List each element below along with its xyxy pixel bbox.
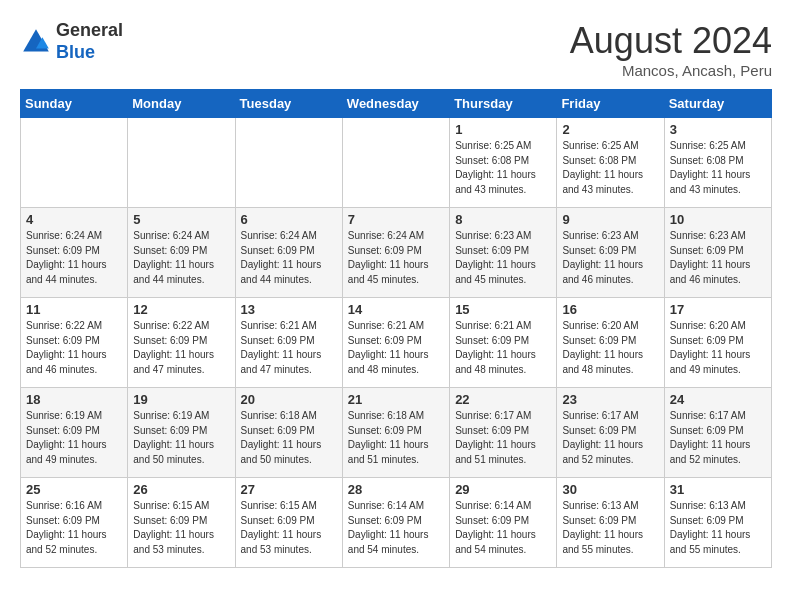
day-cell: 20Sunrise: 6:18 AM Sunset: 6:09 PM Dayli…	[235, 388, 342, 478]
day-cell: 17Sunrise: 6:20 AM Sunset: 6:09 PM Dayli…	[664, 298, 771, 388]
weekday-row: SundayMondayTuesdayWednesdayThursdayFrid…	[21, 90, 772, 118]
day-info: Sunrise: 6:24 AM Sunset: 6:09 PM Dayligh…	[241, 229, 337, 287]
day-number: 5	[133, 212, 229, 227]
day-info: Sunrise: 6:22 AM Sunset: 6:09 PM Dayligh…	[26, 319, 122, 377]
weekday-header-tuesday: Tuesday	[235, 90, 342, 118]
day-number: 11	[26, 302, 122, 317]
weekday-header-wednesday: Wednesday	[342, 90, 449, 118]
day-info: Sunrise: 6:23 AM Sunset: 6:09 PM Dayligh…	[455, 229, 551, 287]
week-row-1: 1Sunrise: 6:25 AM Sunset: 6:08 PM Daylig…	[21, 118, 772, 208]
logo-icon	[20, 26, 52, 58]
logo-general-text: General	[56, 20, 123, 40]
day-cell: 23Sunrise: 6:17 AM Sunset: 6:09 PM Dayli…	[557, 388, 664, 478]
weekday-header-monday: Monday	[128, 90, 235, 118]
day-cell: 5Sunrise: 6:24 AM Sunset: 6:09 PM Daylig…	[128, 208, 235, 298]
day-info: Sunrise: 6:19 AM Sunset: 6:09 PM Dayligh…	[26, 409, 122, 467]
day-number: 23	[562, 392, 658, 407]
day-cell: 18Sunrise: 6:19 AM Sunset: 6:09 PM Dayli…	[21, 388, 128, 478]
page-header: General Blue August 2024 Mancos, Ancash,…	[20, 20, 772, 79]
day-info: Sunrise: 6:23 AM Sunset: 6:09 PM Dayligh…	[670, 229, 766, 287]
day-cell: 8Sunrise: 6:23 AM Sunset: 6:09 PM Daylig…	[450, 208, 557, 298]
day-info: Sunrise: 6:16 AM Sunset: 6:09 PM Dayligh…	[26, 499, 122, 557]
day-number: 15	[455, 302, 551, 317]
day-cell: 25Sunrise: 6:16 AM Sunset: 6:09 PM Dayli…	[21, 478, 128, 568]
day-info: Sunrise: 6:20 AM Sunset: 6:09 PM Dayligh…	[562, 319, 658, 377]
day-info: Sunrise: 6:21 AM Sunset: 6:09 PM Dayligh…	[348, 319, 444, 377]
day-info: Sunrise: 6:13 AM Sunset: 6:09 PM Dayligh…	[670, 499, 766, 557]
day-cell: 31Sunrise: 6:13 AM Sunset: 6:09 PM Dayli…	[664, 478, 771, 568]
day-number: 13	[241, 302, 337, 317]
day-info: Sunrise: 6:24 AM Sunset: 6:09 PM Dayligh…	[348, 229, 444, 287]
weekday-header-sunday: Sunday	[21, 90, 128, 118]
day-info: Sunrise: 6:25 AM Sunset: 6:08 PM Dayligh…	[670, 139, 766, 197]
day-cell	[128, 118, 235, 208]
day-info: Sunrise: 6:13 AM Sunset: 6:09 PM Dayligh…	[562, 499, 658, 557]
day-number: 12	[133, 302, 229, 317]
week-row-2: 4Sunrise: 6:24 AM Sunset: 6:09 PM Daylig…	[21, 208, 772, 298]
day-number: 19	[133, 392, 229, 407]
logo: General Blue	[20, 20, 123, 63]
day-number: 1	[455, 122, 551, 137]
day-number: 8	[455, 212, 551, 227]
day-cell	[235, 118, 342, 208]
day-info: Sunrise: 6:18 AM Sunset: 6:09 PM Dayligh…	[241, 409, 337, 467]
day-cell: 16Sunrise: 6:20 AM Sunset: 6:09 PM Dayli…	[557, 298, 664, 388]
day-cell: 11Sunrise: 6:22 AM Sunset: 6:09 PM Dayli…	[21, 298, 128, 388]
day-number: 2	[562, 122, 658, 137]
day-info: Sunrise: 6:17 AM Sunset: 6:09 PM Dayligh…	[670, 409, 766, 467]
day-info: Sunrise: 6:18 AM Sunset: 6:09 PM Dayligh…	[348, 409, 444, 467]
day-number: 7	[348, 212, 444, 227]
day-cell: 10Sunrise: 6:23 AM Sunset: 6:09 PM Dayli…	[664, 208, 771, 298]
day-number: 24	[670, 392, 766, 407]
day-number: 27	[241, 482, 337, 497]
day-cell: 28Sunrise: 6:14 AM Sunset: 6:09 PM Dayli…	[342, 478, 449, 568]
day-cell: 2Sunrise: 6:25 AM Sunset: 6:08 PM Daylig…	[557, 118, 664, 208]
weekday-header-thursday: Thursday	[450, 90, 557, 118]
day-number: 18	[26, 392, 122, 407]
day-cell: 4Sunrise: 6:24 AM Sunset: 6:09 PM Daylig…	[21, 208, 128, 298]
day-info: Sunrise: 6:14 AM Sunset: 6:09 PM Dayligh…	[348, 499, 444, 557]
day-info: Sunrise: 6:23 AM Sunset: 6:09 PM Dayligh…	[562, 229, 658, 287]
day-cell	[21, 118, 128, 208]
day-number: 14	[348, 302, 444, 317]
week-row-5: 25Sunrise: 6:16 AM Sunset: 6:09 PM Dayli…	[21, 478, 772, 568]
day-number: 25	[26, 482, 122, 497]
day-number: 31	[670, 482, 766, 497]
day-cell: 9Sunrise: 6:23 AM Sunset: 6:09 PM Daylig…	[557, 208, 664, 298]
day-number: 20	[241, 392, 337, 407]
day-cell	[342, 118, 449, 208]
weekday-header-friday: Friday	[557, 90, 664, 118]
day-cell: 1Sunrise: 6:25 AM Sunset: 6:08 PM Daylig…	[450, 118, 557, 208]
day-cell: 29Sunrise: 6:14 AM Sunset: 6:09 PM Dayli…	[450, 478, 557, 568]
day-number: 4	[26, 212, 122, 227]
day-info: Sunrise: 6:14 AM Sunset: 6:09 PM Dayligh…	[455, 499, 551, 557]
day-number: 10	[670, 212, 766, 227]
day-info: Sunrise: 6:15 AM Sunset: 6:09 PM Dayligh…	[241, 499, 337, 557]
location-subtitle: Mancos, Ancash, Peru	[570, 62, 772, 79]
calendar-body: 1Sunrise: 6:25 AM Sunset: 6:08 PM Daylig…	[21, 118, 772, 568]
day-number: 22	[455, 392, 551, 407]
day-info: Sunrise: 6:17 AM Sunset: 6:09 PM Dayligh…	[455, 409, 551, 467]
week-row-3: 11Sunrise: 6:22 AM Sunset: 6:09 PM Dayli…	[21, 298, 772, 388]
day-number: 29	[455, 482, 551, 497]
day-cell: 26Sunrise: 6:15 AM Sunset: 6:09 PM Dayli…	[128, 478, 235, 568]
day-cell: 7Sunrise: 6:24 AM Sunset: 6:09 PM Daylig…	[342, 208, 449, 298]
day-cell: 30Sunrise: 6:13 AM Sunset: 6:09 PM Dayli…	[557, 478, 664, 568]
day-number: 17	[670, 302, 766, 317]
week-row-4: 18Sunrise: 6:19 AM Sunset: 6:09 PM Dayli…	[21, 388, 772, 478]
calendar-header: SundayMondayTuesdayWednesdayThursdayFrid…	[21, 90, 772, 118]
day-info: Sunrise: 6:17 AM Sunset: 6:09 PM Dayligh…	[562, 409, 658, 467]
day-info: Sunrise: 6:25 AM Sunset: 6:08 PM Dayligh…	[562, 139, 658, 197]
day-number: 21	[348, 392, 444, 407]
day-cell: 19Sunrise: 6:19 AM Sunset: 6:09 PM Dayli…	[128, 388, 235, 478]
month-year-title: August 2024	[570, 20, 772, 62]
day-info: Sunrise: 6:22 AM Sunset: 6:09 PM Dayligh…	[133, 319, 229, 377]
day-cell: 22Sunrise: 6:17 AM Sunset: 6:09 PM Dayli…	[450, 388, 557, 478]
calendar-table: SundayMondayTuesdayWednesdayThursdayFrid…	[20, 89, 772, 568]
day-cell: 3Sunrise: 6:25 AM Sunset: 6:08 PM Daylig…	[664, 118, 771, 208]
day-number: 16	[562, 302, 658, 317]
day-info: Sunrise: 6:21 AM Sunset: 6:09 PM Dayligh…	[241, 319, 337, 377]
day-cell: 14Sunrise: 6:21 AM Sunset: 6:09 PM Dayli…	[342, 298, 449, 388]
day-cell: 27Sunrise: 6:15 AM Sunset: 6:09 PM Dayli…	[235, 478, 342, 568]
day-number: 28	[348, 482, 444, 497]
